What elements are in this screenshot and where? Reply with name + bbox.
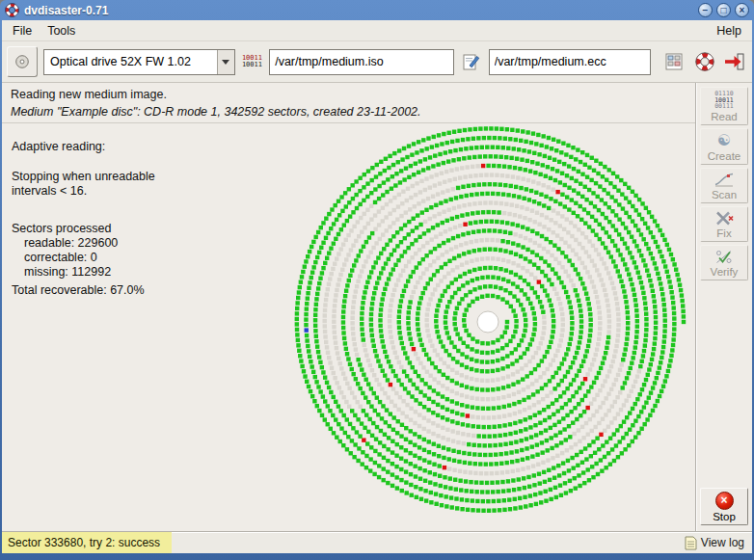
stop-button[interactable]: × Stop — [700, 488, 748, 525]
drive-combobox[interactable]: Optical drive 52X FW 1.02 — [43, 49, 235, 75]
statusbar: Sector 333680, try 2: success View log — [2, 531, 752, 553]
toolbar: Optical drive 52X FW 1.02 10011 10011 — [2, 41, 752, 83]
verify-label: Verify — [711, 266, 739, 278]
menu-file[interactable]: File — [5, 23, 40, 39]
ecc-file-icon — [460, 49, 482, 75]
close-icon: × — [740, 5, 745, 16]
main-area: Reading new medium image. Medium "Exampl… — [2, 83, 752, 531]
app-window: dvdisaster-0.71 − □ × File Tools Help Op… — [0, 0, 754, 560]
read-icon: 01110 10011 00111 — [714, 91, 734, 110]
verify-icon — [714, 249, 734, 265]
minimize-button[interactable]: − — [698, 3, 713, 17]
fix-label: Fix — [716, 227, 731, 239]
view-log-label: View log — [701, 536, 744, 549]
action-sidebar: 01110 10011 00111 Read ☯ Create — [695, 83, 752, 531]
combo-arrow-button[interactable] — [217, 50, 234, 74]
ecc-file-input[interactable] — [489, 49, 651, 75]
preferences-button[interactable] — [662, 49, 687, 74]
app-icon — [5, 3, 19, 17]
window-title: dvdisaster-0.71 — [24, 4, 108, 17]
stop-icon: × — [715, 492, 734, 510]
status-line-2: Medium "Example disc": CD-R mode 1, 3425… — [11, 105, 687, 119]
verify-button[interactable]: Verify — [700, 245, 748, 280]
scan-button[interactable]: Scan — [700, 168, 748, 203]
minimize-icon: − — [703, 5, 709, 16]
read-button[interactable]: 01110 10011 00111 Read — [700, 87, 748, 125]
view-log-button[interactable]: View log — [685, 532, 752, 553]
create-button[interactable]: ☯ Create — [700, 128, 748, 165]
scan-label: Scan — [712, 189, 737, 200]
window-controls: − □ × — [698, 3, 749, 17]
image-file-icon: 10011 10011 — [241, 49, 263, 75]
menu-help[interactable]: Help — [709, 23, 749, 39]
stopping-line-2: intervals < 16. — [12, 184, 280, 199]
disc-drive-icon — [13, 52, 31, 71]
total-recoverable: Total recoverable: 67.0% — [12, 283, 280, 298]
image-file-input[interactable] — [269, 49, 454, 75]
quit-button[interactable] — [723, 49, 747, 74]
help-button[interactable] — [692, 49, 716, 74]
stop-label: Stop — [713, 511, 736, 522]
fix-tools-icon — [714, 210, 734, 227]
titlebar[interactable]: dvdisaster-0.71 − □ × — [2, 0, 752, 20]
disc-spiral — [285, 123, 690, 524]
sectors-readable: readable: 229600 — [12, 236, 280, 251]
log-file-icon — [685, 536, 697, 550]
reading-info-panel: Adaptive reading: Stopping when unreadab… — [2, 123, 280, 298]
drive-select-button[interactable] — [7, 46, 38, 77]
sectors-processed-title: Sectors processed — [12, 222, 280, 236]
sector-status-message: Sector 333680, try 2: success — [2, 532, 172, 553]
adaptive-reading-title: Adaptive reading: — [12, 140, 280, 154]
fix-button[interactable]: Fix — [700, 206, 748, 242]
menu-tools[interactable]: Tools — [40, 23, 83, 39]
chevron-down-icon — [222, 60, 229, 68]
status-line-1: Reading new medium image. — [11, 88, 687, 101]
create-label: Create — [708, 150, 741, 162]
preferences-icon — [664, 52, 684, 71]
close-button[interactable]: × — [735, 3, 749, 17]
maximize-icon: □ — [720, 5, 726, 16]
exit-arrow-icon — [724, 52, 745, 71]
drive-combobox-value: Optical drive 52X FW 1.02 — [44, 50, 217, 74]
status-info-band: Reading new medium image. Medium "Exampl… — [2, 83, 695, 123]
scan-icon — [714, 172, 734, 188]
sectors-correctable: correctable: 0 — [12, 251, 280, 265]
app-body: File Tools Help Optical drive 52X FW 1.0… — [2, 20, 752, 553]
sectors-missing: missing: 112992 — [12, 265, 280, 280]
lifesaver-icon — [695, 52, 714, 71]
yin-yang-icon: ☯ — [717, 132, 731, 149]
read-label: Read — [711, 111, 738, 122]
workarea: Adaptive reading: Stopping when unreadab… — [2, 123, 695, 531]
menubar: File Tools Help — [2, 20, 752, 41]
content-column: Reading new medium image. Medium "Exampl… — [2, 83, 695, 531]
stopping-line-1: Stopping when unreadable — [12, 170, 280, 184]
maximize-button[interactable]: □ — [716, 3, 731, 17]
